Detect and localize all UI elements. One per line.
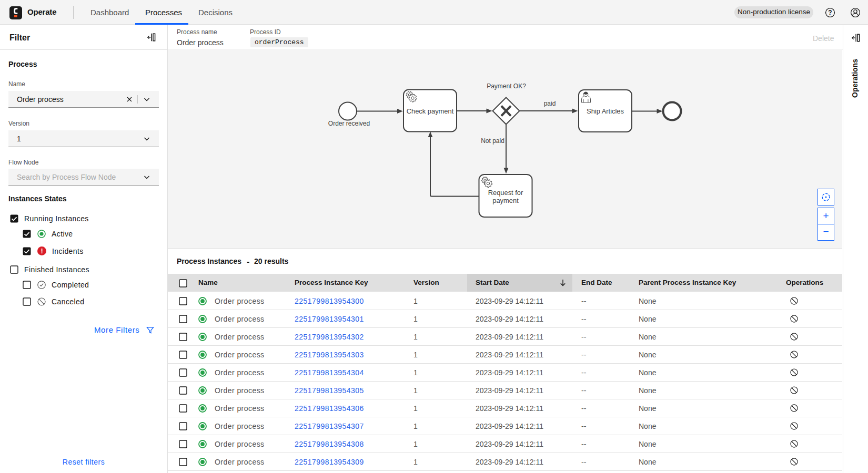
svg-text:Request for: Request for: [488, 189, 523, 197]
svg-text:Check payment: Check payment: [407, 107, 454, 115]
svg-text:Payment OK?: Payment OK?: [487, 83, 526, 90]
svg-text:Order received: Order received: [328, 120, 370, 127]
svg-text:Not paid: Not paid: [481, 137, 504, 145]
svg-text:payment: payment: [492, 197, 519, 204]
svg-text:Ship Articles: Ship Articles: [587, 107, 624, 115]
svg-text:?: ?: [828, 9, 832, 16]
svg-text:paid: paid: [544, 100, 556, 107]
